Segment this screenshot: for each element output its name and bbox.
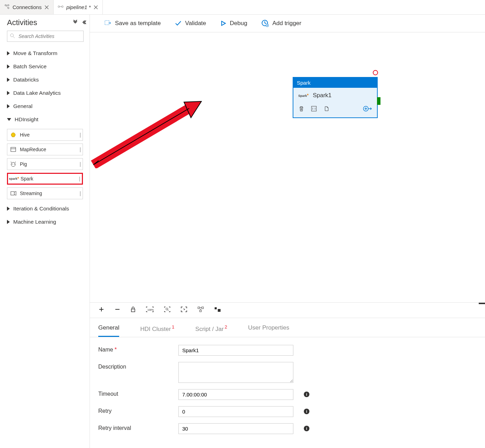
search-icon [10, 33, 15, 39]
align-icon[interactable] [214, 306, 221, 314]
svg-line-19 [93, 159, 93, 165]
description-label: Description [98, 364, 126, 370]
svg-rect-6 [11, 147, 16, 152]
code-icon[interactable] [311, 106, 317, 113]
info-icon[interactable]: i [304, 409, 309, 414]
svg-rect-29 [218, 309, 221, 312]
pipeline-canvas[interactable]: Spark Spark Spark1 [90, 32, 485, 302]
spark-activity-node[interactable]: Spark Spark Spark1 [293, 77, 378, 118]
spark-icon: spark [11, 176, 17, 182]
search-activities[interactable] [7, 31, 84, 42]
activity-streaming[interactable]: Streaming ||| [7, 187, 83, 199]
delete-icon[interactable] [298, 106, 305, 113]
svg-rect-3 [58, 6, 60, 8]
property-form: Name* Description Timeout i Retry i Retr… [90, 337, 485, 448]
lock-icon[interactable] [130, 306, 136, 314]
svg-line-15 [93, 107, 191, 165]
svg-rect-27 [200, 310, 201, 312]
sidebar-title: Activities [7, 18, 37, 27]
close-icon[interactable] [93, 5, 98, 10]
svg-point-7 [11, 162, 15, 167]
add-trigger-button[interactable]: Add trigger [261, 20, 301, 27]
activity-label: Hive [20, 132, 30, 138]
activity-hive[interactable]: Hive ||| [7, 129, 83, 141]
prop-tab-hdi-cluster[interactable]: HDI Cluster1 [140, 324, 174, 337]
prop-tab-user-properties[interactable]: User Properties [248, 324, 289, 337]
tab-pipeline-label: pipeline1 * [66, 4, 91, 10]
retry-interval-input[interactable] [178, 423, 293, 434]
toolbar-label: Add trigger [272, 20, 301, 27]
pipeline-icon [58, 4, 63, 10]
node-output-connector[interactable] [377, 97, 380, 105]
category-batch-service[interactable]: Batch Service [7, 60, 86, 73]
activity-spark[interactable]: spark Spark ||| [7, 173, 83, 185]
tab-connections-label: Connections [13, 4, 41, 10]
zoom-fit-icon[interactable] [164, 306, 171, 314]
category-hdinsight[interactable]: HDInsight [7, 113, 86, 126]
zoom-out-icon[interactable] [114, 306, 121, 314]
activity-mapreduce[interactable]: MapReduce ||| [7, 144, 83, 155]
info-icon[interactable]: i [304, 426, 309, 431]
toolbar-label: Save as template [115, 20, 161, 27]
svg-rect-4 [62, 6, 63, 8]
svg-rect-10 [11, 192, 14, 195]
validation-error-indicator [373, 70, 378, 75]
svg-rect-20 [311, 106, 316, 111]
toolbar-label: Validate [185, 20, 206, 27]
svg-rect-25 [198, 307, 200, 309]
expand-all-icon[interactable] [73, 20, 78, 26]
prop-tab-general[interactable]: General [98, 324, 119, 337]
timeout-input[interactable] [178, 389, 293, 400]
node-name: Spark1 [313, 92, 332, 99]
fullscreen-icon[interactable] [180, 306, 187, 314]
validate-button[interactable]: Validate [175, 20, 206, 27]
zoom-100-icon[interactable]: 100% [146, 306, 154, 314]
search-input[interactable] [18, 33, 80, 39]
tab-pipeline[interactable]: pipeline1 * [54, 0, 103, 14]
svg-line-18 [93, 161, 99, 165]
hive-icon [10, 132, 16, 138]
canvas-zoom-toolbar: 100% [90, 302, 485, 318]
category-iteration-conditionals[interactable]: Iteration & Conditionals [7, 202, 86, 215]
retry-input[interactable] [178, 406, 293, 417]
svg-rect-11 [105, 21, 109, 25]
svg-marker-16 [184, 101, 201, 118]
activity-label: MapReduce [20, 147, 46, 152]
node-type-label: Spark [293, 78, 377, 88]
svg-rect-26 [202, 307, 203, 309]
close-icon[interactable] [44, 5, 49, 10]
spark-icon: Spark [298, 93, 309, 98]
svg-line-14 [93, 107, 191, 165]
streaming-icon [10, 190, 16, 196]
svg-point-8 [12, 164, 13, 164]
add-output-icon[interactable] [363, 105, 372, 113]
tabs-bar: Connections pipeline1 * [0, 0, 485, 15]
category-databricks[interactable]: Databricks [7, 73, 86, 86]
connections-icon [4, 4, 10, 10]
name-input[interactable] [178, 345, 293, 356]
debug-button[interactable]: Debug [220, 20, 247, 27]
category-machine-learning[interactable]: Machine Learning [7, 215, 86, 229]
toolbar-label: Debug [230, 20, 247, 27]
activity-pig[interactable]: Pig ||| [7, 158, 83, 170]
copy-icon[interactable] [323, 106, 330, 113]
timeout-label: Timeout [98, 391, 118, 397]
activities-sidebar: Activities Move & Transform Batch Servic… [0, 15, 90, 448]
svg-point-9 [14, 164, 15, 164]
collapse-panel-icon[interactable] [81, 20, 86, 26]
tab-connections[interactable]: Connections [0, 0, 54, 14]
activity-label: Pig [20, 161, 27, 167]
zoom-in-icon[interactable] [98, 306, 105, 314]
category-data-lake-analytics[interactable]: Data Lake Analytics [7, 86, 86, 100]
mapreduce-icon [10, 146, 16, 153]
category-move-transform[interactable]: Move & Transform [7, 47, 86, 60]
panel-collapse-handle[interactable] [479, 303, 485, 304]
description-input[interactable] [178, 362, 293, 383]
category-general[interactable]: General [7, 100, 86, 113]
drag-arrow-annotation [86, 99, 205, 168]
save-as-template-button[interactable]: Save as template [104, 20, 161, 27]
info-icon[interactable]: i [304, 392, 309, 397]
prop-tab-script-jar[interactable]: Script / Jar2 [195, 324, 227, 337]
autolayout-icon[interactable] [197, 306, 204, 314]
svg-rect-22 [131, 309, 135, 312]
